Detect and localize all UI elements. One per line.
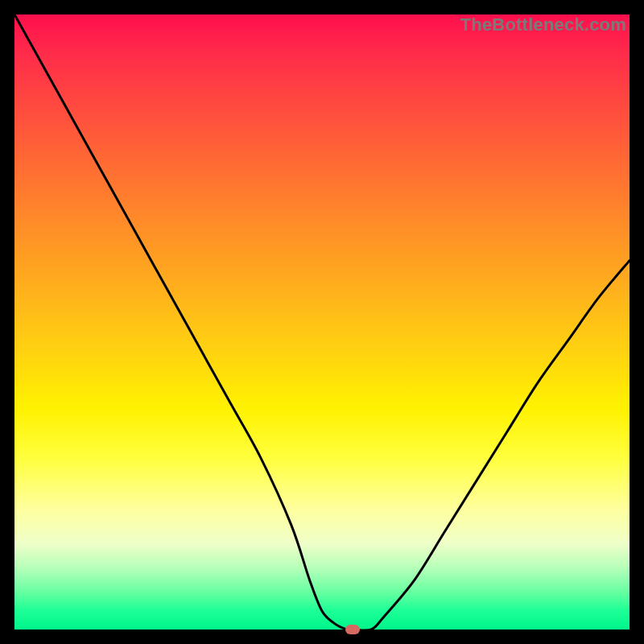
chart-plot-area: TheBottleneck.com [14, 14, 630, 630]
bottleneck-curve [14, 14, 630, 630]
optimal-point-marker [345, 625, 360, 634]
chart-frame: TheBottleneck.com [0, 0, 644, 644]
